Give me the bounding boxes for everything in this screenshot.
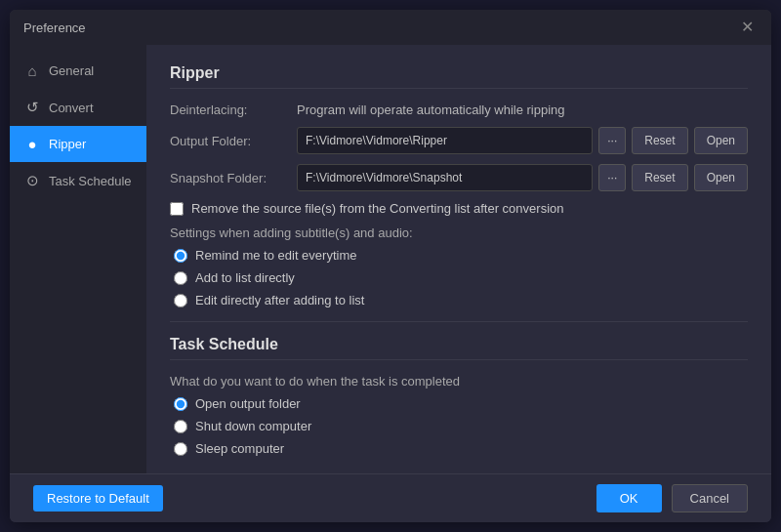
output-folder-label: Output Folder:: [170, 134, 297, 148]
remind-radio-row: Remind me to edit everytime: [170, 248, 748, 263]
ripper-icon: ●: [23, 136, 41, 152]
remove-source-row: Remove the source file(s) from the Conve…: [170, 201, 748, 216]
deinterlacing-row: Deinterlacing: Program will operate auto…: [170, 102, 748, 117]
open-folder-label[interactable]: Open output folder: [195, 396, 301, 411]
output-folder-dots-button[interactable]: ···: [598, 127, 626, 154]
cancel-button[interactable]: Cancel: [672, 484, 748, 512]
remind-radio[interactable]: [174, 249, 187, 263]
sidebar-item-ripper[interactable]: ● Ripper: [10, 126, 146, 162]
open-folder-radio-row: Open output folder: [170, 396, 748, 411]
deinterlacing-label: Deinterlacing:: [170, 102, 297, 117]
subtitle-audio-label: Settings when adding subtitle(s) and aud…: [170, 225, 748, 240]
add-directly-label[interactable]: Add to list directly: [195, 270, 295, 285]
dialog-body: ⌂ General ↺ Convert ● Ripper ⊙ Task Sche…: [10, 45, 771, 473]
remind-label[interactable]: Remind me to edit everytime: [195, 248, 356, 263]
sidebar-item-convert[interactable]: ↺ Convert: [10, 89, 146, 126]
task-schedule-description: What do you want to do when the task is …: [170, 374, 748, 389]
shut-down-label[interactable]: Shut down computer: [195, 419, 311, 433]
output-folder-input[interactable]: [297, 127, 593, 154]
sidebar-item-label-convert: Convert: [49, 101, 94, 115]
sidebar-item-label-ripper: Ripper: [49, 137, 86, 151]
restore-default-button[interactable]: Restore to Default: [33, 485, 163, 512]
main-content: Ripper Deinterlacing: Program will opera…: [146, 45, 771, 473]
deinterlacing-value: Program will operate automatically while…: [297, 102, 748, 117]
snapshot-folder-open-button[interactable]: Open: [694, 164, 748, 191]
shut-down-radio[interactable]: [174, 420, 187, 433]
dialog-title: Preference: [23, 20, 86, 35]
sleep-radio-row: Sleep computer: [170, 441, 748, 456]
ok-button[interactable]: OK: [596, 484, 662, 512]
edit-after-radio[interactable]: [174, 294, 187, 307]
snapshot-folder-row: Snapshot Folder: ··· Reset Open: [170, 164, 748, 191]
remove-source-checkbox[interactable]: [170, 202, 184, 216]
remove-source-label[interactable]: Remove the source file(s) from the Conve…: [191, 201, 564, 216]
sidebar-item-task-schedule[interactable]: ⊙ Task Schedule: [10, 162, 146, 199]
snapshot-folder-reset-button[interactable]: Reset: [632, 164, 687, 191]
sidebar-item-label-task: Task Schedule: [49, 174, 132, 188]
close-button[interactable]: ✕: [737, 18, 758, 37]
edit-after-radio-row: Edit directly after adding to list: [170, 293, 748, 307]
open-folder-radio[interactable]: [174, 397, 187, 411]
snapshot-folder-input[interactable]: [297, 164, 593, 191]
output-folder-open-button[interactable]: Open: [694, 127, 748, 154]
snapshot-folder-label: Snapshot Folder:: [170, 171, 297, 185]
sidebar-item-label-general: General: [49, 63, 94, 78]
sleep-label[interactable]: Sleep computer: [195, 441, 284, 456]
convert-icon: ↺: [23, 99, 41, 116]
sidebar: ⌂ General ↺ Convert ● Ripper ⊙ Task Sche…: [10, 45, 146, 473]
sleep-radio[interactable]: [174, 442, 187, 456]
section-divider: [170, 321, 748, 322]
titlebar: Preference ✕: [10, 10, 771, 45]
output-folder-input-group: ··· Reset Open: [297, 127, 748, 154]
snapshot-folder-dots-button[interactable]: ···: [598, 164, 626, 191]
edit-after-label[interactable]: Edit directly after adding to list: [195, 293, 364, 307]
shut-down-radio-row: Shut down computer: [170, 419, 748, 433]
ripper-section-title: Ripper: [170, 64, 748, 89]
task-icon: ⊙: [23, 172, 41, 189]
home-icon: ⌂: [23, 62, 41, 79]
sidebar-item-general[interactable]: ⌂ General: [10, 53, 146, 89]
preference-dialog: Preference ✕ ⌂ General ↺ Convert ● Rippe…: [10, 10, 771, 522]
footer-right-buttons: OK Cancel: [596, 484, 748, 512]
snapshot-folder-input-group: ··· Reset Open: [297, 164, 748, 191]
add-directly-radio[interactable]: [174, 271, 187, 285]
footer: Restore to Default OK Cancel: [10, 473, 771, 522]
task-schedule-section-title: Task Schedule: [170, 336, 748, 360]
output-folder-row: Output Folder: ··· Reset Open: [170, 127, 748, 154]
add-directly-radio-row: Add to list directly: [170, 270, 748, 285]
output-folder-reset-button[interactable]: Reset: [632, 127, 687, 154]
